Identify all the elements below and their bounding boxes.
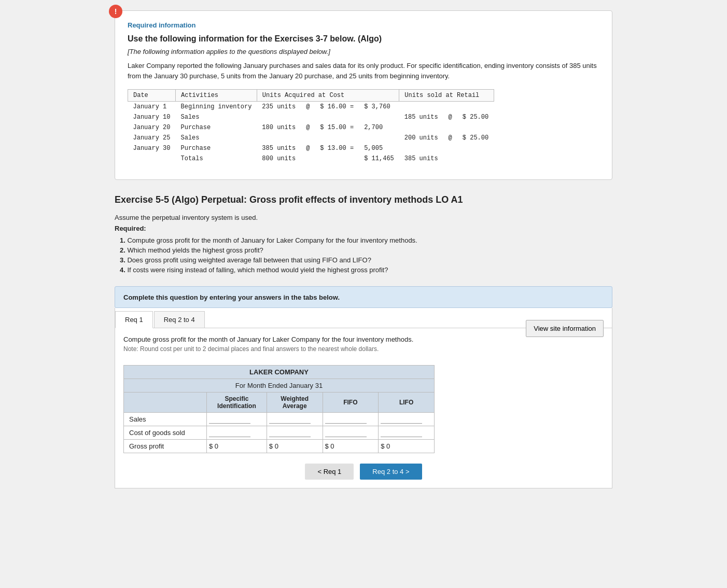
input-specific-sales[interactable] — [209, 415, 250, 424]
instruction-text: Compute gross profit for the month of Ja… — [123, 335, 413, 343]
requirement-item: 4. If costs were rising instead of falli… — [120, 266, 612, 274]
input-lifo-cost-of-goods-sold[interactable] — [381, 429, 422, 437]
col-header-specific: SpecificIdentification — [207, 393, 267, 413]
laker-table-row: Sales — [124, 413, 435, 426]
exercise-title: Exercise 5-5 (Algo) Perpetual: Gross pro… — [115, 194, 612, 205]
input-weighted-sales[interactable] — [269, 415, 311, 424]
table-row: January 1Beginning inventory235 units@$ … — [128, 102, 494, 113]
required-info-box: ! Required information Use the following… — [115, 10, 612, 180]
exercise-required: Required: — [115, 225, 612, 232]
company-title: LAKER COMPANY — [124, 366, 435, 379]
input-fifo-cost-of-goods-sold[interactable] — [325, 429, 367, 437]
inventory-data-table: Date Activities Units Acquired at Cost U… — [128, 89, 494, 164]
laker-table-row: Cost of goods sold — [124, 426, 435, 440]
laker-company-table: LAKER COMPANY For Month Ended January 31… — [123, 365, 435, 453]
requirement-item: 1. Compute gross profit for the month of… — [120, 236, 612, 244]
table-row: January 30Purchase385 units@$ 13.00 =5,0… — [128, 143, 494, 153]
req-info-italic: [The following information applies to th… — [128, 48, 599, 55]
laker-table-wrapper: LAKER COMPANY For Month Ended January 31… — [123, 365, 604, 453]
table-row: January 10Sales185 units@$ 25.00 — [128, 112, 494, 122]
input-specific-cost-of-goods-sold[interactable] — [209, 429, 250, 437]
requirements-list: 1. Compute gross profit for the month of… — [120, 236, 612, 274]
col-activities: Activities — [176, 90, 257, 102]
col-units-acquired: Units Acquired at Cost — [257, 90, 399, 102]
view-site-button[interactable]: View site information — [526, 320, 604, 337]
requirement-item: 3. Does gross profit using weighted aver… — [120, 256, 612, 264]
company-subtitle: For Month Ended January 31 — [124, 379, 435, 393]
input-lifo-sales[interactable] — [381, 415, 422, 424]
gross-profit-specific: $ 0 — [209, 442, 264, 450]
table-row: January 20Purchase180 units@$ 15.00 =2,7… — [128, 122, 494, 133]
gross-profit-lifo: $ 0 — [381, 442, 432, 450]
exclamation-icon: ! — [109, 5, 122, 18]
table-row: Totals800 units$ 11,465385 units — [128, 153, 494, 164]
table-row: January 25Sales200 units@$ 25.00 — [128, 133, 494, 143]
col-header-lifo: LIFO — [379, 393, 435, 413]
col-header-fifo: FIFO — [323, 393, 379, 413]
req-info-title: Use the following information for the Ex… — [128, 34, 599, 44]
complete-box-text: Complete this question by entering your … — [123, 293, 340, 301]
requirement-item: 2. Which method yields the highest gross… — [120, 246, 612, 254]
req-info-body: Laker Company reported the following Jan… — [128, 61, 599, 81]
bottom-nav: < Req 1 Req 2 to 4 > — [123, 464, 604, 480]
tab-req2to4[interactable]: Req 2 to 4 — [154, 311, 205, 328]
gross-profit-fifo: $ 0 — [325, 442, 376, 450]
prev-button[interactable]: < Req 1 — [305, 464, 354, 480]
input-weighted-cost-of-goods-sold[interactable] — [269, 429, 311, 437]
exercise-body: Assume the perpetual inventory system is… — [115, 214, 612, 221]
tab-content: Compute gross profit for the month of Ja… — [115, 328, 612, 488]
tabs-container: Req 1 Req 2 to 4 Compute gross profit fo… — [115, 308, 612, 488]
col-date: Date — [128, 90, 176, 102]
gross-profit-weighted: $ 0 — [269, 442, 320, 450]
instruction-note: Note: Round cost per unit to 2 decimal p… — [123, 345, 413, 353]
input-fifo-sales[interactable] — [325, 415, 367, 424]
tab-req1[interactable]: Req 1 — [115, 311, 153, 328]
complete-box: Complete this question by entering your … — [115, 286, 612, 308]
col-header-weighted: WeightedAverage — [267, 393, 323, 413]
col-header-blank — [124, 393, 207, 413]
next-button[interactable]: Req 2 to 4 > — [360, 464, 422, 480]
col-units-sold: Units sold at Retail — [399, 90, 494, 102]
laker-table-row: Gross profit$ 0$ 0$ 0$ 0 — [124, 440, 435, 453]
req-info-label: Required information — [128, 21, 599, 29]
